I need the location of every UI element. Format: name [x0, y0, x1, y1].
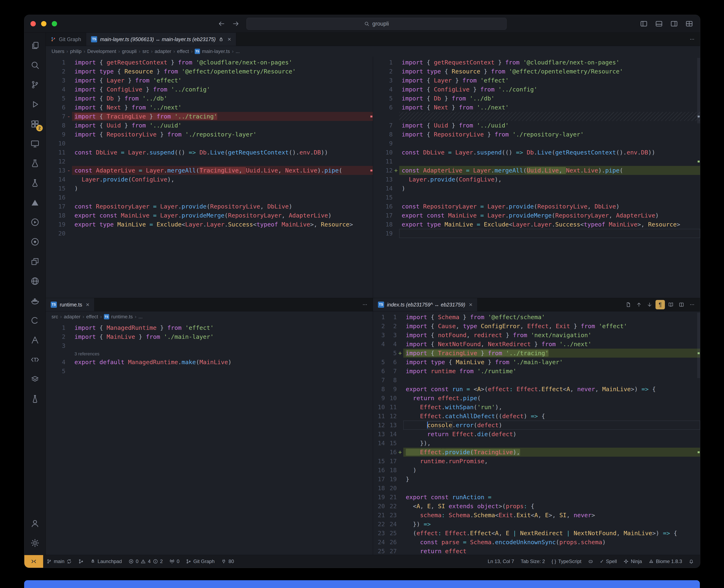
breadcrumb-item-users[interactable]: Users [51, 48, 64, 54]
code-line[interactable]: 16+ Effect.provide(TracingLive), [373, 448, 700, 457]
tab-index-ts-eb231759-eb231759[interactable]: TSindex.ts (eb231759^ ↔ eb231759)× [373, 298, 477, 311]
activity-run-debug-icon[interactable] [24, 94, 46, 114]
code-line[interactable]: 1011 Effect.withSpan('run'), [373, 403, 700, 412]
code-line[interactable]: 1517 runtime.runPromise, [373, 457, 700, 466]
code-line[interactable]: 2123 schema: Schema.Schema<Exit.Exit<A, … [373, 511, 700, 520]
code-line[interactable]: 910 return effect.pipe( [373, 394, 700, 403]
diff-modified-pane[interactable]: 1import { getRequestContext } from '@clo… [373, 57, 700, 298]
breadcrumb-item-[interactable]: ... [236, 48, 240, 54]
code-line[interactable]: 1618 ) [373, 466, 700, 475]
remote-indicator[interactable] [24, 555, 43, 568]
code-line[interactable]: 8import { RepositoryLive } from './repos… [373, 130, 700, 139]
diff-original-pane[interactable]: 1import { getRequestContext } from '@clo… [46, 57, 373, 298]
status-spell[interactable]: ✓Spell [597, 559, 620, 564]
code-line[interactable]: 4export default ManagedRuntime.make(Main… [46, 358, 373, 366]
close-tab-icon[interactable]: × [228, 36, 231, 43]
code-line[interactable]: 17const RepositoryLayer = Layer.provide(… [46, 202, 373, 211]
navigate-back-button[interactable] [218, 20, 225, 27]
code-line[interactable]: 1import { ManagedRuntime } from 'effect' [46, 323, 373, 332]
close-tab-icon[interactable]: × [469, 301, 473, 308]
activity-source-control-icon[interactable] [24, 75, 46, 94]
status-biome[interactable]: Biome 1.8.3 [645, 559, 685, 564]
status-cursor-position[interactable]: Ln 13, Col 7 [484, 559, 517, 564]
activity-bottle-extension-icon[interactable] [24, 389, 46, 409]
toggle-secondary-sidebar-button[interactable] [669, 19, 679, 28]
code-line[interactable]: 11import { Schema } from '@effect/schema… [373, 313, 700, 322]
breadcrumb-item-[interactable]: ... [139, 314, 143, 320]
activity-aframe-extension-icon[interactable] [24, 330, 46, 350]
breadcrumb-item-src[interactable]: src [142, 48, 149, 54]
code-line[interactable]: 6import { Next } from '../next' [373, 103, 700, 112]
code-line[interactable]: 18export const MainLive = Layer.provideM… [46, 211, 373, 220]
activity-flask-extension-icon[interactable] [24, 173, 46, 193]
code-line[interactable]: 14) [373, 184, 700, 193]
code-line[interactable]: 7import { Uuid } from '../uuid' [373, 121, 700, 130]
code-line[interactable]: 6import { Next } from '../next' [46, 103, 373, 112]
tab-runtime-ts[interactable]: TSruntime.ts× [46, 298, 94, 311]
code-line[interactable]: 15 [373, 193, 700, 202]
code-line[interactable]: 56import type { MainLive } from './main-… [373, 358, 700, 366]
status-ports[interactable]: 0 [166, 559, 183, 564]
tab-git-graph[interactable]: Git Graph [46, 33, 86, 46]
breadcrumb-item-runtime-ts[interactable]: TSruntime.ts [104, 314, 133, 320]
code-line[interactable]: 3import { Layer } from 'effect' [373, 76, 700, 85]
breadcrumb-item-main-layer-ts[interactable]: TSmain-layer.ts [195, 48, 230, 54]
code-line[interactable]: 3 [46, 341, 373, 350]
code-line[interactable]: 14 Layer.provide(ConfigLive), [46, 175, 373, 184]
code-line[interactable]: 1import { getRequestContext } from '@clo… [46, 58, 373, 67]
index-editor-pane[interactable]: 11import { Schema } from '@effect/schema… [373, 311, 700, 555]
code-line[interactable]: 1314 return Effect.die(defect) [373, 429, 700, 439]
activity-template-extension-icon[interactable] [24, 350, 46, 370]
activity-circle-dot-extension-icon[interactable] [24, 232, 46, 252]
activity-accounts-icon[interactable] [24, 513, 46, 533]
more-actions-button[interactable] [360, 300, 369, 309]
activity-remote-explorer-icon[interactable] [24, 134, 46, 153]
code-line[interactable]: 17export const MainLive = Layer.provideM… [373, 211, 700, 220]
code-line[interactable]: 11 [373, 157, 700, 166]
runtime-editor-pane[interactable]: 1import { ManagedRuntime } from 'effect'… [46, 322, 373, 555]
code-line[interactable]: 5import { Db } from '../db' [373, 94, 700, 103]
code-line[interactable]: 9import { RepositoryLive } from './repos… [46, 130, 373, 139]
code-line[interactable]: 13 Layer.provide(ConfigLive), [373, 175, 700, 184]
activity-search-icon[interactable] [24, 55, 46, 75]
code-line[interactable]: 1921export const runAction = [373, 493, 700, 502]
scrollbar[interactable] [697, 313, 700, 378]
activity-github-icon[interactable] [24, 271, 46, 291]
code-line[interactable]: 3 references [46, 350, 373, 358]
scrollbar[interactable] [697, 58, 700, 123]
command-center[interactable]: groupli [247, 18, 507, 30]
code-line[interactable]: 2325 (effect: Effect.Effect<A, E | NextR… [373, 529, 700, 538]
activity-explorer-icon[interactable] [24, 36, 46, 55]
code-line[interactable]: 20 [46, 229, 373, 238]
navigate-forward-button[interactable] [232, 20, 239, 27]
customize-layout-button[interactable] [684, 19, 694, 28]
minimize-window-button[interactable] [41, 21, 46, 26]
breadcrumb-item-effect[interactable]: effect [177, 48, 189, 54]
code-line[interactable]: 11const DbLive = Layer.suspend(() => Db.… [46, 148, 373, 157]
previous-change-button[interactable] [634, 300, 644, 309]
code-line[interactable]: 13-const AdapterLive = Layer.mergeAll(Tr… [46, 166, 373, 175]
status-gitlens-graph[interactable] [75, 559, 87, 564]
code-line[interactable]: 3import { Layer } from 'effect' [46, 76, 373, 85]
tab-main-layer-ts-9506613-main-layer-ts-eb2317[interactable]: TSmain-layer.ts (9506613) ↔ main-layer.t… [86, 33, 236, 46]
code-line[interactable]: 5 [46, 366, 373, 376]
code-line[interactable] [373, 112, 700, 121]
code-line[interactable]: 9 [373, 139, 700, 148]
code-line[interactable]: 2import type { Resource } from '@effect/… [46, 67, 373, 76]
breadcrumb-item-adapter[interactable]: adapter [64, 314, 80, 320]
code-line[interactable]: 1213 console.error(defect) [373, 421, 700, 429]
code-line[interactable]: 1112 Effect.catchAllDefect((defect) => { [373, 412, 700, 421]
toggle-panel-button[interactable] [654, 19, 664, 28]
status-notifications[interactable] [685, 559, 697, 564]
code-line[interactable]: 5+import { TracingLive } from '../tracin… [373, 349, 700, 358]
more-actions-button[interactable] [687, 35, 697, 44]
breadcrumb-item-development[interactable]: Development [87, 48, 116, 54]
code-line[interactable]: 2import type { Resource } from '@effect/… [373, 67, 700, 76]
status-indentation[interactable]: Tab Size: 2 [517, 559, 548, 564]
zoom-window-button[interactable] [52, 21, 57, 26]
breadcrumb-item-effect[interactable]: effect [86, 314, 98, 320]
status-ninja[interactable]: Ninja [620, 559, 645, 564]
activity-layers-extension-icon[interactable] [24, 370, 46, 389]
code-line[interactable]: 19 [373, 229, 700, 238]
toggle-inline-view-button[interactable]: ¶ [656, 300, 665, 309]
